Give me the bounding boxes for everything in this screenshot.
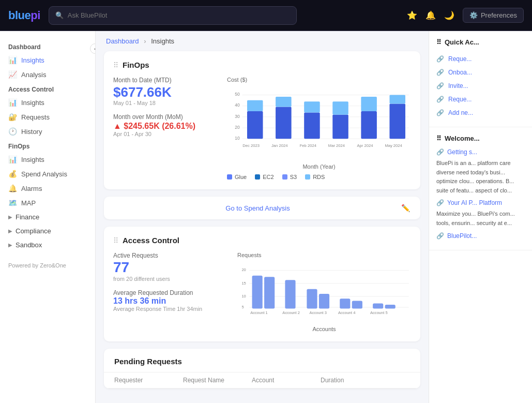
access-body: Active Requests 77 from 20 different use… <box>113 252 411 332</box>
access-bar-chart: 20 15 10 5 <box>237 260 411 322</box>
star-icon[interactable]: ⭐ <box>407 10 417 20</box>
platform-text: Maximize you... BluePi's com... tools, e… <box>436 210 525 228</box>
sidebar-item-fo-alarms[interactable]: 🔔 Alarms <box>0 181 95 196</box>
svg-rect-44 <box>385 305 396 309</box>
svg-rect-37 <box>264 277 275 308</box>
sidebar-item-ac-insights[interactable]: 📊 Insights <box>0 95 95 110</box>
sidebar-section-sandbox[interactable]: ▶ Sandbox <box>0 238 95 252</box>
sidebar-item-analysis[interactable]: 📈 Analysis <box>0 67 95 82</box>
svg-text:20: 20 <box>235 125 240 130</box>
getting-started-link[interactable]: 🔗 Getting s... <box>436 148 525 156</box>
access-title: Access Control <box>123 236 179 245</box>
svg-rect-18 <box>361 111 377 139</box>
breadcrumb-current: Insights <box>151 37 174 45</box>
avg-req-value: 13 hrs 36 min <box>113 296 227 306</box>
qa-link-icon-3: 🔗 <box>436 96 444 103</box>
svg-rect-12 <box>276 107 292 139</box>
welcome-drag-icon: ⠿ <box>436 135 442 142</box>
svg-rect-17 <box>332 101 348 114</box>
quick-actions-title: ⠿ Quick Ac... <box>436 38 525 46</box>
welcome-body: BluePi is an a... platform care diverse … <box>436 159 525 195</box>
mtd-label: Month to Date (MTD) <box>113 77 217 84</box>
svg-rect-20 <box>389 103 405 139</box>
active-req-label: Active Requests <box>113 252 227 259</box>
search-input[interactable] <box>68 11 290 19</box>
legend-glue: Glue <box>227 174 247 180</box>
alarms-icon: 🔔 <box>8 184 17 192</box>
col-actions <box>389 377 410 384</box>
qa-link-icon-2: 🔗 <box>436 82 444 89</box>
finops-card-header: ⠿ FinOps <box>113 61 411 69</box>
powered-by: Powered by Powered by Zero&OneZero&One <box>8 262 66 268</box>
svg-rect-21 <box>389 95 405 104</box>
your-platform-link[interactable]: 🔗 Your AI P... Platform <box>436 199 525 206</box>
qa-link-icon-4: 🔗 <box>436 109 444 116</box>
sidebar: ‹ Dashboard 📊 Insights 📈 Analysis Access… <box>0 31 96 403</box>
sidebar-item-ac-requests[interactable]: 🔐 Requests <box>0 110 95 124</box>
fo-insights-icon: 📊 <box>8 155 17 163</box>
svg-text:50: 50 <box>235 92 240 97</box>
qa-item-1[interactable]: 🔗 Onboa... <box>436 66 525 79</box>
col-request-name: Request Name <box>183 377 252 384</box>
mom-date: Apr 01 - Apr 30 <box>113 131 217 137</box>
access-chart-xlabel: Accounts <box>237 326 411 332</box>
chart-icon: 📊 <box>8 56 17 64</box>
qa-item-2[interactable]: 🔗 Invite... <box>436 79 525 93</box>
gear-icon: ⚙️ <box>469 11 478 19</box>
avg-req-sub: Average Response Time 1hr 34min <box>113 306 227 312</box>
svg-rect-16 <box>332 115 348 139</box>
finops-chart-xlabel: Month (Year) <box>227 163 411 170</box>
search-icon: 🔍 <box>55 11 64 19</box>
sidebar-item-fo-insights[interactable]: 📊 Insights <box>0 152 95 167</box>
edit-icon[interactable]: ✏️ <box>401 204 410 212</box>
s3-color <box>282 174 287 180</box>
moon-icon[interactable]: 🌙 <box>444 10 454 20</box>
history-icon: 🕐 <box>8 127 17 136</box>
bell-icon[interactable]: 🔔 <box>425 10 436 20</box>
bluepilot-link[interactable]: 🔗 BluePilot... <box>436 232 525 240</box>
sidebar-item-insights[interactable]: 📊 Insights <box>0 53 95 67</box>
svg-text:Dec 2023: Dec 2023 <box>242 143 260 148</box>
glue-color <box>227 174 232 180</box>
platform-icon: 🔗 <box>436 199 444 206</box>
svg-rect-19 <box>361 97 377 111</box>
sidebar-section-compliance[interactable]: ▶ Compliance <box>0 224 95 238</box>
qa-item-3[interactable]: 🔗 Reque... <box>436 93 525 106</box>
access-metrics: Active Requests 77 from 20 different use… <box>113 252 227 332</box>
svg-rect-11 <box>247 100 263 111</box>
svg-text:30: 30 <box>235 114 240 119</box>
svg-rect-10 <box>247 111 263 139</box>
breadcrumb-dashboard[interactable]: Dashboard <box>106 37 139 45</box>
right-panel: ⠿ Quick Ac... 🔗 Reque... 🔗 Onboa... 🔗 In… <box>429 31 532 403</box>
col-account: Account <box>252 377 321 384</box>
finops-bar-chart: 50 40 30 20 10 <box>227 85 411 160</box>
ec2-color <box>255 174 260 180</box>
preferences-label: Preferences <box>481 11 517 19</box>
finops-card: ⠿ FinOps Month to Date (MTD) $677.66K Ma… <box>104 51 420 189</box>
welcome-title: ⠿ Welcome... <box>436 135 525 142</box>
table-header: Requester Request Name Account Duration <box>104 372 420 389</box>
sidebar-section-finance[interactable]: ▶ Finance <box>0 210 95 224</box>
sidebar-item-fo-spend[interactable]: 💰 Spend Analysis <box>0 167 95 181</box>
finops-chart: Cost ($) 50 40 30 20 10 <box>227 77 411 180</box>
preferences-button[interactable]: ⚙️ Preferences <box>463 8 524 23</box>
search-bar[interactable]: 🔍 <box>49 6 297 25</box>
svg-rect-40 <box>319 294 329 309</box>
svg-text:10: 10 <box>235 136 240 141</box>
sidebar-item-fo-map[interactable]: 🗺️ MAP <box>0 196 95 210</box>
svg-text:Account 5: Account 5 <box>370 310 388 315</box>
avg-req-label: Average Requested Duration <box>113 289 227 296</box>
breadcrumb-separator: › <box>144 37 146 45</box>
svg-text:Account 4: Account 4 <box>338 310 356 315</box>
finops-drag-icon: ⠿ <box>113 61 118 69</box>
svg-rect-13 <box>276 97 292 107</box>
qa-item-4[interactable]: 🔗 Add ne... <box>436 106 525 120</box>
spend-analysis-link[interactable]: Go to Spend Analysis <box>114 204 401 212</box>
svg-text:Mar 2024: Mar 2024 <box>328 143 345 148</box>
quick-actions-section: ⠿ Quick Ac... 🔗 Reque... 🔗 Onboa... 🔗 In… <box>429 31 532 127</box>
qa-item-0[interactable]: 🔗 Reque... <box>436 52 525 66</box>
content-area: Dashboard › Insights ⠿ FinOps Month to D… <box>96 31 429 403</box>
sidebar-item-ac-history[interactable]: 🕐 History <box>0 124 95 139</box>
svg-text:Account 1: Account 1 <box>250 310 268 315</box>
compliance-arrow-icon: ▶ <box>8 228 12 234</box>
